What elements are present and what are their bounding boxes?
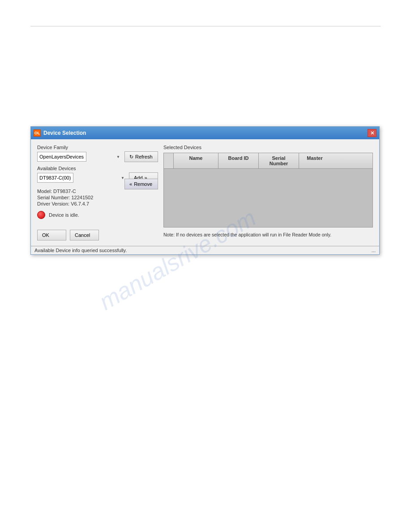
serial-label: Serial Number: 12241502 xyxy=(37,195,158,200)
driver-label: Driver Version: V6.7.4.7 xyxy=(37,201,158,206)
col-header-board: Board ID xyxy=(218,153,259,168)
device-family-row: OpenLayersDevices ↻ Refresh xyxy=(37,151,158,162)
top-divider xyxy=(30,26,381,26)
col-header-check xyxy=(164,153,174,168)
dialog-icon: OL xyxy=(34,129,41,137)
col-header-name: Name xyxy=(174,153,218,168)
available-devices-dropdown[interactable]: DT9837-C(00) xyxy=(37,173,73,183)
title-bar: OL Device Selection ✕ xyxy=(31,127,379,139)
status-bar: Available Device info queried successful… xyxy=(31,246,379,254)
col-header-serial: SerialNumber xyxy=(259,153,299,168)
dialog-title: Device Selection xyxy=(43,130,86,136)
remove-button[interactable]: « Remove xyxy=(124,179,158,189)
table-header-row: Name Board ID SerialNumber Master xyxy=(164,153,372,169)
note-text: Note: If no devices are selected the app… xyxy=(163,232,373,237)
refresh-button[interactable]: ↻ Refresh xyxy=(124,151,158,162)
status-indicator xyxy=(37,211,45,219)
bottom-buttons: OK Cancel xyxy=(37,230,158,240)
cancel-button[interactable]: Cancel xyxy=(70,230,99,240)
right-panel: Selected Devices Name Board ID SerialNum… xyxy=(163,145,373,240)
status-text: Device is idle. xyxy=(49,212,79,218)
model-info-section: Model: DT9837-C Serial Number: 12241502 … xyxy=(37,189,158,206)
remove-label: Remove xyxy=(134,181,152,187)
status-bar-dots: ... xyxy=(372,248,376,253)
refresh-icon: ↻ xyxy=(129,154,133,160)
left-panel: Device Family OpenLayersDevices ↻ Refres… xyxy=(37,145,158,240)
selected-devices-table: Name Board ID SerialNumber Master xyxy=(163,153,373,227)
device-family-dropdown[interactable]: OpenLayersDevices xyxy=(37,152,86,162)
close-button[interactable]: ✕ xyxy=(368,129,377,137)
dialog-body: Device Family OpenLayersDevices ↻ Refres… xyxy=(31,139,379,246)
refresh-label: Refresh xyxy=(135,154,153,159)
device-family-section: Device Family OpenLayersDevices ↻ Refres… xyxy=(37,145,158,162)
table-body xyxy=(164,169,372,227)
ok-button[interactable]: OK xyxy=(37,230,66,240)
device-selection-dialog: OL Device Selection ✕ Device Family Open… xyxy=(30,126,380,255)
status-row: Device is idle. xyxy=(37,211,158,219)
col-header-master: Master xyxy=(299,153,330,168)
selected-devices-label: Selected Devices xyxy=(163,145,373,150)
status-bar-message: Available Device info queried successful… xyxy=(34,248,127,253)
available-devices-label: Available Devices xyxy=(37,166,158,171)
page-background: OL Device Selection ✕ Device Family Open… xyxy=(0,0,411,532)
device-family-label: Device Family xyxy=(37,145,158,150)
remove-icon: « xyxy=(129,181,132,187)
available-devices-dropdown-wrapper: DT9837-C(00) xyxy=(37,173,126,183)
device-family-dropdown-wrapper: OpenLayersDevices xyxy=(37,152,122,162)
